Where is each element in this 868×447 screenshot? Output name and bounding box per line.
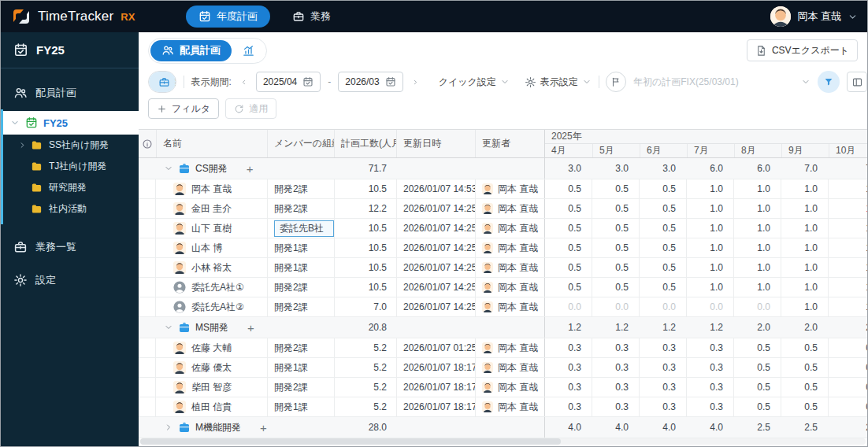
- month-cell[interactable]: 0.5: [733, 397, 781, 416]
- month-cell[interactable]: 0.3: [639, 378, 686, 397]
- month-cell[interactable]: 0.5: [639, 179, 686, 198]
- month-cell[interactable]: 0.5: [544, 238, 592, 257]
- org-cell[interactable]: [267, 158, 334, 179]
- baseline-flag-button[interactable]: [606, 72, 626, 92]
- chevron-down-icon[interactable]: [10, 118, 20, 127]
- month-cell[interactable]: 1.0: [781, 219, 828, 238]
- month-cell[interactable]: 1.0: [781, 179, 828, 198]
- name-cell[interactable]: 植田 信貴: [156, 397, 267, 416]
- add-filter-button[interactable]: フィルタ: [148, 98, 219, 119]
- org-cell[interactable]: 委託先B社: [267, 219, 334, 238]
- month-cell[interactable]: 0.5: [544, 199, 592, 218]
- collapse-group-button[interactable]: [164, 164, 173, 173]
- month-cell[interactable]: 0.5: [733, 358, 781, 377]
- month-cell[interactable]: 0.3: [592, 378, 639, 397]
- sidebar-item-task-list[interactable]: 業務一覧: [1, 231, 139, 264]
- view-staffing-plan-button[interactable]: 配員計画: [150, 40, 232, 61]
- scrollbar-thumb[interactable]: [140, 438, 561, 445]
- month-cell[interactable]: 2.5: [781, 417, 828, 438]
- month-cell[interactable]: 0.5: [781, 378, 828, 397]
- month-cell[interactable]: 1.2: [639, 317, 686, 338]
- month-cell[interactable]: 0.3: [544, 397, 592, 416]
- month-cell[interactable]: 0.0: [592, 297, 639, 316]
- month-cell[interactable]: 0.3: [686, 378, 733, 397]
- month-cell[interactable]: 0.3: [544, 338, 592, 357]
- month-cell[interactable]: 0.3: [639, 338, 686, 357]
- axis-work-toggle[interactable]: 業務軸: [149, 72, 176, 92]
- month-cell[interactable]: 1.2: [592, 317, 639, 338]
- chevron-right-icon[interactable]: [18, 141, 27, 150]
- month-cell[interactable]: 0.5: [639, 238, 686, 257]
- period-prev-button[interactable]: [239, 77, 249, 87]
- month-cell[interactable]: 0.3: [686, 358, 733, 377]
- name-cell[interactable]: 小林 裕太: [156, 258, 267, 277]
- name-cell[interactable]: 山下 直樹: [156, 219, 267, 238]
- month-cell[interactable]: 0.3: [544, 378, 592, 397]
- month-cell[interactable]: 0.3: [639, 358, 686, 377]
- display-settings-dropdown[interactable]: 表示設定: [525, 76, 592, 89]
- name-cell[interactable]: CS開発+: [156, 158, 267, 179]
- baseline-dropdown[interactable]: 年初の計画FIX(25/03/01): [633, 76, 811, 89]
- tree-item-research-dev[interactable]: 研究開発: [1, 177, 139, 198]
- view-chart-button[interactable]: [232, 40, 265, 61]
- month-cell[interactable]: 0.5: [592, 179, 639, 198]
- apply-button[interactable]: 適用: [225, 98, 276, 119]
- month-cell[interactable]: 6.0: [686, 158, 733, 179]
- add-member-button[interactable]: +: [260, 422, 267, 434]
- expand-group-button[interactable]: [164, 423, 173, 432]
- org-edit-cell[interactable]: 委託先B社: [274, 220, 334, 237]
- month-cell[interactable]: 0.5: [781, 358, 828, 377]
- month-cell[interactable]: 1.0: [781, 199, 828, 218]
- month-cell[interactable]: 1.0: [828, 219, 867, 238]
- filter-button[interactable]: [818, 71, 840, 93]
- tab-tasks[interactable]: 業務: [292, 9, 331, 24]
- month-cell[interactable]: 1.0: [781, 238, 828, 257]
- org-cell[interactable]: 開発1課: [267, 358, 334, 377]
- month-cell[interactable]: 0.5: [733, 338, 781, 357]
- tree-root-fy25[interactable]: FY25: [1, 111, 139, 135]
- org-cell[interactable]: [267, 317, 334, 338]
- month-cell[interactable]: 1.2: [544, 317, 592, 338]
- month-cell[interactable]: 4.0: [686, 417, 733, 438]
- month-cell[interactable]: 0.5: [781, 338, 828, 357]
- month-cell[interactable]: 0.5: [781, 397, 828, 416]
- period-to-input[interactable]: 2026/03: [338, 72, 402, 92]
- month-cell[interactable]: 1.0: [828, 258, 867, 277]
- month-cell[interactable]: 0.5: [828, 358, 867, 377]
- month-cell[interactable]: 0.5: [592, 238, 639, 257]
- user-menu[interactable]: 岡本 直哉: [770, 6, 867, 27]
- month-cell[interactable]: 2.5: [733, 417, 781, 438]
- month-cell[interactable]: 1.0: [686, 278, 733, 297]
- org-cell[interactable]: 開発2課: [267, 297, 334, 316]
- month-cell[interactable]: 0.3: [592, 338, 639, 357]
- month-cell[interactable]: 0.5: [592, 199, 639, 218]
- month-cell[interactable]: 0.5: [828, 338, 867, 357]
- month-cell[interactable]: 0.5: [544, 219, 592, 238]
- org-cell[interactable]: 開発2課: [267, 278, 334, 297]
- month-cell[interactable]: 0.3: [639, 397, 686, 416]
- month-cell[interactable]: 2.0: [781, 317, 828, 338]
- add-member-button[interactable]: +: [247, 322, 254, 334]
- collapse-group-button[interactable]: [164, 323, 173, 332]
- month-cell[interactable]: 0.0: [733, 297, 781, 316]
- columns-button[interactable]: [847, 72, 867, 92]
- month-cell[interactable]: 1.0: [828, 297, 867, 316]
- period-next-button[interactable]: [410, 77, 421, 87]
- month-cell[interactable]: 0.5: [544, 258, 592, 277]
- info-icon[interactable]: [139, 130, 156, 157]
- month-cell[interactable]: 1.0: [733, 258, 781, 277]
- month-cell[interactable]: 0.3: [686, 397, 733, 416]
- month-cell[interactable]: 0.3: [592, 397, 639, 416]
- month-cell[interactable]: 2.5: [828, 417, 867, 438]
- name-cell[interactable]: 委託先A社①: [156, 278, 267, 297]
- org-cell[interactable]: 開発2課: [267, 338, 334, 357]
- month-cell[interactable]: 7.0: [781, 158, 828, 179]
- month-cell[interactable]: 0.3: [686, 338, 733, 357]
- month-cell[interactable]: 0.0: [639, 297, 686, 316]
- name-cell[interactable]: 岡本 直哉: [156, 179, 267, 198]
- month-cell[interactable]: 0.5: [639, 258, 686, 277]
- month-cell[interactable]: 4.0: [544, 417, 592, 438]
- month-cell[interactable]: 1.0: [686, 258, 733, 277]
- month-cell[interactable]: 0.5: [592, 258, 639, 277]
- month-cell[interactable]: 1.0: [733, 238, 781, 257]
